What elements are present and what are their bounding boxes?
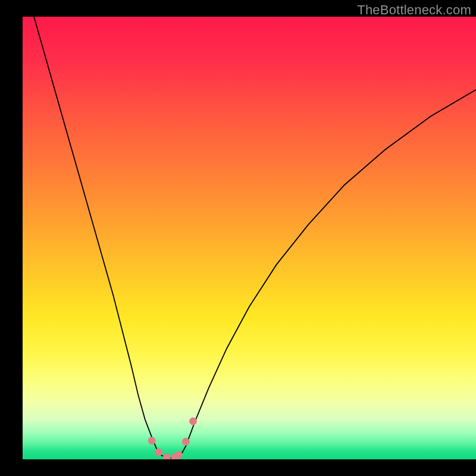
marker-point — [163, 453, 171, 459]
marker-point — [182, 438, 190, 446]
bottleneck-curve — [34, 17, 476, 458]
marker-point — [155, 449, 162, 456]
marker-point — [148, 437, 156, 444]
marker-point — [189, 418, 197, 425]
attribution-label: TheBottleneck.com — [357, 2, 471, 18]
plot-area — [23, 17, 476, 459]
highlight-markers — [148, 418, 197, 459]
curve-svg — [23, 17, 476, 459]
chart-container: TheBottleneck.com — [0, 0, 476, 476]
marker-point — [175, 451, 183, 459]
